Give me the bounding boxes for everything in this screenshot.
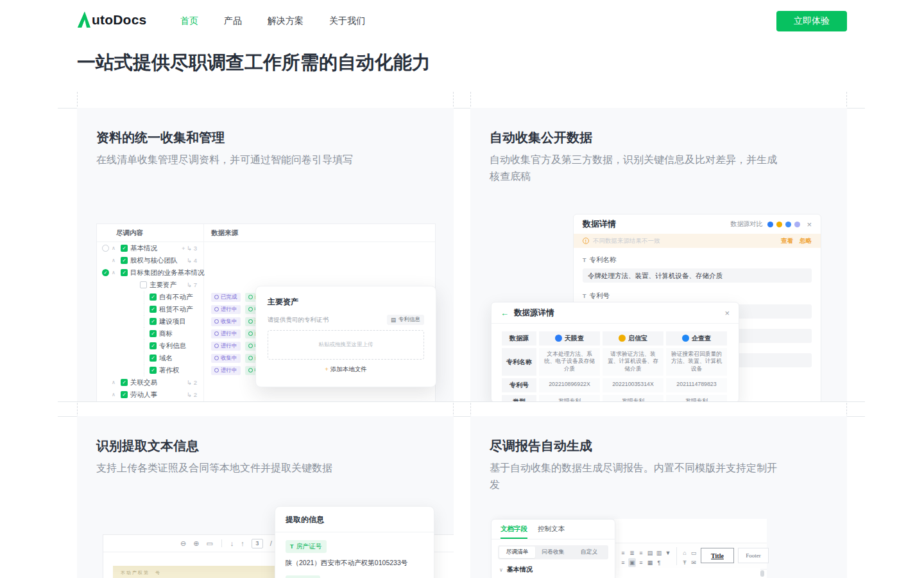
- checklist-header: 尽调内容 数据来源: [97, 224, 435, 242]
- upload-dropzone[interactable]: 粘贴或拖拽至这里上传: [268, 330, 424, 360]
- source-cell: 202210896922X: [538, 377, 601, 394]
- data-source-dot[interactable]: [794, 222, 800, 227]
- collapse-icon[interactable]: ∧: [112, 389, 116, 401]
- close-icon[interactable]: ×: [807, 220, 812, 229]
- collapse-icon[interactable]: ∧: [112, 242, 116, 254]
- tag-label: 专利信息: [398, 316, 420, 324]
- style-footer-button[interactable]: Footer: [738, 548, 769, 563]
- checkbox[interactable]: ✓: [150, 318, 157, 325]
- nav-item[interactable]: 首页: [180, 15, 198, 27]
- status-badge: 进行中: [211, 342, 241, 351]
- checkbox[interactable]: ✓: [121, 391, 128, 398]
- collapse-icon[interactable]: ∧: [112, 267, 116, 279]
- fit-page-icon[interactable]: ▭: [206, 539, 212, 548]
- row-label: 基本情况: [130, 242, 157, 254]
- checkbox[interactable]: ✓: [150, 330, 157, 337]
- brand-icon: [682, 335, 689, 342]
- page-up-icon[interactable]: ↑: [241, 539, 244, 547]
- row-label: 劳动人事: [130, 389, 157, 401]
- source-cell: 发明专利: [538, 394, 601, 401]
- checkbox[interactable]: ✓: [150, 293, 157, 301]
- nav-item[interactable]: 关于我们: [329, 15, 365, 27]
- checkbox[interactable]: ✓: [150, 306, 157, 313]
- source-compare-table: 数据源天眼查启信宝企查查专利名称文本处理方法、系统、电子设备及存储介质请求验证方…: [501, 330, 730, 401]
- extracted-field: T权利人: [286, 568, 424, 578]
- panel-tab[interactable]: 文档字段: [501, 525, 527, 539]
- back-icon[interactable]: ←: [501, 308, 509, 318]
- row-status-icon: ✓: [102, 269, 109, 276]
- status-badge: 进行中: [211, 366, 241, 375]
- editor-toolbar-icon[interactable]: ≡: [637, 558, 645, 567]
- field-value-box: 令牌处理方法、装置、计算机设备、存储介质: [583, 268, 812, 283]
- segment-tab[interactable]: 尽调清单: [499, 547, 535, 558]
- field-group[interactable]: ∨基本情况: [499, 565, 607, 574]
- patent-info-tag[interactable]: ▤ 专利信息: [387, 315, 424, 325]
- page-down-icon[interactable]: ↓: [230, 539, 234, 547]
- zoom-in-icon[interactable]: ⊕: [193, 539, 199, 548]
- row-label: 租赁不动产: [159, 303, 193, 315]
- logo-triangle-icon: [77, 11, 91, 28]
- segment-tab[interactable]: 自定义: [571, 547, 607, 558]
- status-badge: 进行中: [211, 305, 241, 314]
- collapse-icon[interactable]: ∧: [112, 376, 116, 389]
- card-title: 尽调报告自动生成: [490, 437, 592, 455]
- source-table-row: 专利名称文本处理方法、系统、电子设备及存储介质请求验证方法、装置、计算机设备、存…: [501, 347, 730, 378]
- data-source-detail-panel: ← 数据源详情 × 数据源天眼查启信宝企查查专利名称文本处理方法、系统、电子设备…: [491, 302, 739, 401]
- zoom-out-icon[interactable]: ⊖: [180, 539, 186, 548]
- checkbox[interactable]: ✓: [121, 379, 128, 386]
- add-local-file-button[interactable]: +添加本地文件: [256, 365, 436, 374]
- page-number-input[interactable]: 3: [252, 539, 263, 548]
- view-link[interactable]: 查看: [781, 237, 793, 245]
- collapse-icon[interactable]: ∧: [112, 254, 116, 267]
- checkbox[interactable]: ✓: [121, 257, 128, 264]
- checkbox[interactable]: ✓: [150, 367, 157, 374]
- badge-label: 收集中: [221, 318, 237, 326]
- tag-label: 房产证号: [296, 542, 322, 551]
- text-field-icon: T: [290, 543, 294, 550]
- row-label: 自有不动产: [159, 291, 193, 303]
- editor-toolbar-icon[interactable]: ¶: [655, 558, 663, 567]
- add-file-label: 添加本地文件: [330, 365, 367, 372]
- checkbox[interactable]: ✓: [121, 269, 128, 276]
- app-logo[interactable]: utoDocs: [77, 11, 146, 28]
- data-source-dot[interactable]: [776, 222, 782, 227]
- page-separator: /: [270, 539, 272, 547]
- close-icon[interactable]: ×: [724, 308, 730, 318]
- checkbox[interactable]: ✓: [150, 342, 157, 349]
- try-now-button[interactable]: 立即体验: [776, 11, 847, 31]
- style-title-button[interactable]: Title: [701, 548, 734, 563]
- collapse-icon[interactable]: ∧: [112, 401, 116, 401]
- upload-dialog: 主要资产 请提供贵司的专利证书 ▤ 专利信息 粘贴或拖拽至这里上传 +添加本地文…: [255, 286, 436, 387]
- warning-icon: !: [583, 238, 589, 244]
- field-value: 陕（2021）西安市不动产权第0105233号: [286, 559, 424, 568]
- panel-tab[interactable]: 控制文本: [538, 525, 565, 539]
- checkbox[interactable]: [140, 281, 147, 288]
- ignore-link[interactable]: 忽略: [800, 237, 812, 245]
- card-subtitle: 基于自动收集的数据生成尽调报告。内置不同模版并支持定制开发: [490, 460, 783, 493]
- segment-tab[interactable]: 问卷收集: [535, 547, 571, 558]
- editor-toolbar-icon[interactable]: ▦: [646, 558, 654, 567]
- checklist-row: ∧✓诉讼合规↳ 5: [97, 401, 435, 401]
- checkbox[interactable]: ✓: [121, 245, 128, 252]
- sublevel-count: ↳ 7: [164, 279, 197, 291]
- column-header-source: 数据来源: [211, 224, 238, 241]
- checkbox[interactable]: ✓: [150, 355, 157, 362]
- nav-item[interactable]: 解决方案: [268, 15, 304, 27]
- header-label: 天眼查: [565, 334, 584, 343]
- editor-toolbar-icon[interactable]: ✉: [690, 558, 697, 567]
- data-source-dot[interactable]: [785, 222, 791, 227]
- source-cell: 发明专利: [665, 394, 728, 401]
- editor-toolbar-icon[interactable]: ▼: [664, 548, 672, 557]
- editor-scrollbar[interactable]: [760, 570, 764, 577]
- editor-toolbar-icon[interactable]: ≡: [619, 558, 627, 567]
- editor-toolbar-icon[interactable]: ▣: [628, 558, 636, 567]
- field-tag: T房产证号: [286, 540, 327, 553]
- editor-toolbar-icon[interactable]: Ŧ: [681, 558, 689, 567]
- source-table-header-row: 数据源天眼查启信宝企查查: [501, 330, 730, 347]
- data-source-dot[interactable]: [767, 222, 773, 227]
- logo-text: utoDocs: [92, 11, 146, 28]
- brand-icon: [555, 335, 562, 342]
- grid-line: [58, 401, 865, 402]
- nav-item[interactable]: 产品: [224, 15, 242, 27]
- source-cell: 文本处理方法、系统、电子设备及存储介质: [538, 347, 601, 378]
